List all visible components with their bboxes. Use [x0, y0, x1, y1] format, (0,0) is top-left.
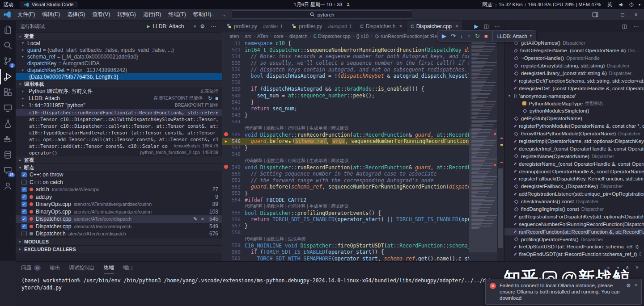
breadcrumb-item[interactable]: dispatch — [288, 34, 309, 39]
stack-frame[interactable]: at::_ops::add_Tensor::call(at::Tensor co… — [16, 136, 222, 143]
outline-item[interactable]: ▾{}'anonymous-namespace' — [504, 92, 644, 100]
code-line-546[interactable]: ▶546 guard.before▶(schema_ref, args, seq… — [222, 138, 469, 145]
codelens-row[interactable]: 代码解释 | 函数注释 | 行间注释 | 生成单测 | 调试建议 — [222, 203, 469, 210]
code-line-535[interactable]: 535 // so usually, we'll collect a seque… — [222, 60, 469, 67]
variable-row[interactable]: ▸dispatchKeySet= {repr_:1137438986242} — [16, 67, 222, 73]
outline-item[interactable]: profilingOperatorEvents()Dispatcher — [504, 235, 644, 243]
panel-more-icon[interactable]: ⋯ — [633, 23, 639, 29]
step-over-icon[interactable]: ↷ — [451, 33, 456, 39]
debug-config-dropdown[interactable]: ▶ LLDB: Attach ▾ — [147, 23, 196, 29]
breakpoint-row[interactable]: ✓C++: on throw — [16, 171, 222, 179]
outline-item[interactable]: deregisterDef_(const OperatorHandle &, c… — [504, 84, 644, 92]
notification-settings-gear-icon[interactable]: ⚙ — [626, 282, 631, 289]
code-line-539[interactable]: 539 if (dispatchHasAutograd && at::GradM… — [222, 86, 469, 92]
code-line-560[interactable]: 560 if (TORCH_SDT_IS_ENABLED(operator_st… — [222, 249, 469, 256]
nav-back-icon[interactable]: ← — [209, 12, 215, 18]
close-button[interactable]: × — [630, 12, 642, 18]
net-speed-indicator[interactable]: 网速: ↓ 15.32 KB/s ↑ 166.40 B/s CPU 28% | … — [482, 1, 601, 8]
activity-explorer-icon[interactable] — [0, 22, 16, 38]
stack-frame[interactable]: at::Tensor c10::Dispatcher::callWithDisp… — [16, 116, 222, 122]
section-header-watch[interactable]: ▸监视 — [16, 156, 222, 163]
sidebar-more-icon[interactable]: ⋯ — [209, 23, 217, 29]
outline-item[interactable]: cleanup(const OperatorHandle &, const Op… — [504, 168, 644, 175]
variable-row[interactable]: {Data:0x00007f5fb7764f3b, Length:3} — [16, 73, 222, 80]
section-header-variables[interactable]: ▾变量 — [16, 32, 222, 40]
code-line-557[interactable]: 557} — [222, 223, 469, 230]
activity-docker-icon[interactable] — [0, 131, 16, 147]
activities-button[interactable]: 活动 — [4, 1, 13, 8]
breakpoint-dot-icon[interactable] — [224, 132, 228, 136]
edit-breakpoint-icon[interactable]: ✎ — [193, 216, 197, 222]
stack-frame[interactable]: c10::TypedOperatorHandle<at::Tensor (at:… — [16, 129, 222, 136]
breakpoint-checkbox[interactable]: ✓ — [21, 187, 27, 192]
tab-close-icon[interactable]: × — [455, 23, 458, 29]
breakpoint-checkbox[interactable]: ✓ — [21, 216, 27, 222]
breakpoint-checkbox[interactable]: ✓ — [21, 209, 27, 214]
code-line-548[interactable]: 548 — [222, 151, 469, 158]
outline-item[interactable]: findDanglingImpls() constDispatcher — [504, 205, 644, 213]
layout-toggle-icon[interactable] — [592, 12, 598, 18]
stack-frame[interactable]: at::Tensor c10::Dispatcher::call<at::Ten… — [16, 122, 222, 129]
breakpoint-row[interactable]: ✓Dispatcher.cppaten/src/ATen/core/dispat… — [16, 215, 222, 223]
clock[interactable]: 1月6日 星期一 10：33 — [294, 1, 351, 8]
menu-item-5[interactable]: 运行(R) — [140, 11, 165, 18]
outline-item[interactable]: checkInvariants() constDispatcher — [504, 198, 644, 205]
nav-forward-icon[interactable]: → — [221, 12, 226, 18]
variable-row[interactable]: ▸schema_ref= {_M_data:0x000000021dde9a0} — [16, 53, 222, 60]
code-line-552[interactable]: 552 guard.before(schema_ref, sequenceNum… — [222, 184, 469, 190]
menu-item-2[interactable]: 选择(S) — [64, 11, 89, 18]
window-title-pill[interactable]: Visual Studio Code — [20, 1, 78, 8]
debug-settings-gear-icon[interactable]: ⚙ — [199, 23, 207, 29]
activity-source-control-icon[interactable]: 2 — [0, 53, 16, 69]
codelens-row[interactable]: 代码解释 | 函数注释 | 生成单测 — [222, 236, 469, 243]
breakpoint-row[interactable]: C++: on catch — [16, 179, 222, 186]
code-line-556[interactable]: 556 return TORCH_SDT_IS_ENABLED(operator… — [222, 216, 469, 223]
activity-remote-icon[interactable] — [0, 100, 16, 116]
tab-close-icon[interactable]: × — [399, 23, 402, 29]
outline-item[interactable]: registerPythonModule(OperatorName &, con… — [504, 122, 644, 130]
codelens-actions[interactable]: 代码解释 | 函数注释 | 行间注释 | 生成单测 | 调试建议 — [245, 158, 469, 164]
menu-item-1[interactable]: 编辑(E) — [38, 11, 64, 18]
step-into-icon[interactable]: ↓ — [460, 33, 463, 39]
outline-item[interactable]: ~OperatorHandle()OperatorHandle — [504, 54, 644, 62]
code-line-554[interactable]: 554#ifdef FBCODE_CAFFE2 — [222, 197, 469, 203]
code-line-538[interactable]: 538 — [222, 80, 469, 86]
code-line-550[interactable]: 550 // Setting sequence number in the Au… — [222, 171, 469, 177]
outline-item[interactable]: getPyStub(OperatorName) — [504, 115, 644, 122]
gutter-margin[interactable] — [222, 165, 230, 170]
run-file-icon[interactable]: ▶ — [474, 23, 478, 29]
outline-item[interactable]: deregisterLibrary_(const std::string &)D… — [504, 70, 644, 77]
breadcrumb-item[interactable]: CDispatcher.cpp — [313, 34, 352, 39]
stack-frame[interactable]: operator()python_torch_functions_2.cpp14… — [16, 149, 222, 156]
breakpoint-checkbox[interactable]: ✓ — [21, 194, 27, 200]
code-line-540[interactable]: 540 seq_num = at::sequence_number::peek(… — [222, 92, 469, 99]
outline-item[interactable]: deregisterImpl_(const OperatorHandle &, … — [504, 145, 644, 152]
breakpoint-checkbox[interactable] — [21, 231, 27, 236]
breadcrumb-item[interactable]: aten — [229, 34, 240, 39]
restart-icon[interactable]: ↻ — [475, 33, 480, 39]
outline-item[interactable]: registerDef(FunctionSchema, std::string,… — [504, 77, 644, 84]
continue-icon[interactable]: ▶ — [442, 33, 446, 39]
breakpoint-checkbox[interactable] — [21, 180, 27, 185]
panel-tab-终端[interactable]: 终端 — [104, 262, 114, 273]
outline-item[interactable]: deregisterFallback_(DispatchKey)Dispatch… — [504, 183, 644, 190]
outline-item[interactable]: fireOpEndUSDT(at::RecordFunction::schema… — [504, 251, 644, 258]
stack-frame[interactable]: c10::Dispatcher::runRecordFunction(at::R… — [16, 109, 222, 116]
breakpoint-row[interactable]: ✓Dispatcher.cppaten/src/ATen/core/dispat… — [16, 223, 222, 231]
breakpoint-row[interactable]: ✓BinaryOps.cppaten/src/ATen/native/quant… — [16, 208, 222, 216]
panel-tab-输出[interactable]: 输出 — [50, 262, 60, 273]
gutter-margin[interactable] — [222, 132, 230, 138]
code-line-536[interactable]: 536 // dispatch keys contain autograd, a… — [222, 66, 469, 73]
code-line-561[interactable]: 561 TORCH_SDT_WITH_SEMAPHORE(operator_st… — [222, 256, 469, 261]
breakpoint-row[interactable]: ✓add.py9 — [16, 193, 222, 201]
code-line-551[interactable]: 551 // the forward range with the corres… — [222, 177, 469, 184]
code-line-541[interactable]: 541 } — [222, 99, 469, 105]
outline-item[interactable]: getRegistrationsForDispatchKey(std::opti… — [504, 213, 644, 220]
section-header-excluded-callers[interactable]: ▸EXCLUDED CALLERS — [16, 245, 222, 253]
code-line-534[interactable]: 534 // Note: this records a sequence num… — [222, 53, 469, 60]
section-header-breakpoints[interactable]: ▾断点 — [16, 163, 222, 171]
power-icon[interactable] — [629, 2, 634, 7]
menu-item-3[interactable]: 查看(V) — [89, 11, 114, 18]
debug-session-select[interactable]: LLDB: Attach ▾ — [492, 31, 532, 41]
callstack-session-row[interactable]: ▾LLDB: Attach在 BREAKPOINT 已暂停↻■ — [16, 95, 222, 102]
